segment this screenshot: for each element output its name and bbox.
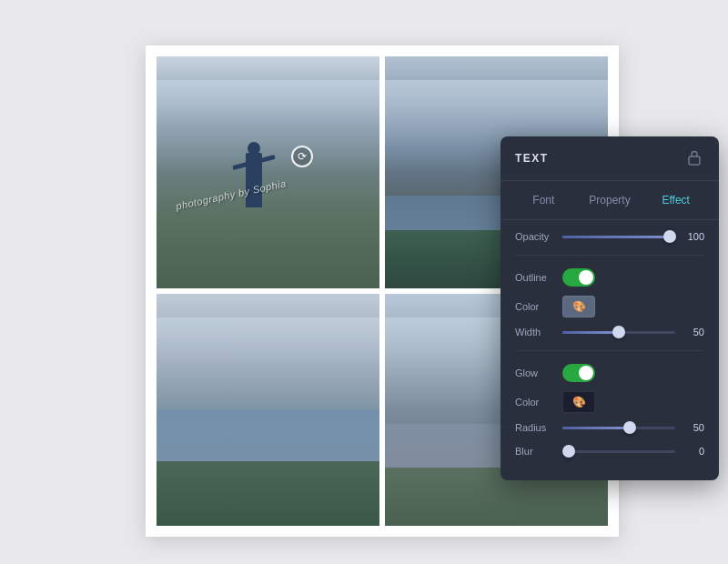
- glow-toggle[interactable]: ✓: [562, 364, 595, 382]
- divider-1: [515, 255, 704, 256]
- canvas-area: ⟳ photography by Sophia TEXT: [9, 9, 719, 555]
- glow-blur-thumb[interactable]: [562, 445, 575, 458]
- outline-label: Outline: [515, 272, 562, 283]
- outline-width-slider[interactable]: 50: [562, 327, 704, 337]
- toggle-check-icon: ✓: [584, 273, 592, 282]
- tab-property[interactable]: Property: [578, 188, 642, 212]
- glow-radius-thumb[interactable]: [623, 421, 636, 434]
- opacity-slider-container[interactable]: 100: [562, 231, 704, 242]
- opacity-row: Opacity 100: [515, 231, 704, 242]
- outline-toggle-row: Outline ✓: [515, 268, 704, 287]
- outline-width-row: Width 50: [515, 327, 704, 337]
- svg-rect-0: [689, 156, 700, 165]
- person-silhouette: [246, 153, 262, 207]
- glow-blur-value: 0: [682, 446, 704, 457]
- glow-section: Glow ✓ Color 🎨: [515, 364, 704, 457]
- opacity-thumb[interactable]: [663, 230, 676, 243]
- outline-width-track[interactable]: [562, 331, 675, 334]
- outline-color-label: Color: [515, 301, 562, 312]
- glow-toggle-row: Glow ✓: [515, 364, 704, 382]
- outline-width-label: Width: [515, 327, 562, 337]
- outline-toggle[interactable]: ✓: [562, 268, 595, 287]
- glow-radius-value: 50: [682, 422, 704, 433]
- outline-width-thumb[interactable]: [612, 326, 625, 338]
- glow-color-dots: 🎨: [572, 396, 586, 408]
- opacity-value: 100: [682, 231, 704, 242]
- photo-slot-1[interactable]: ⟳ photography by Sophia: [157, 56, 379, 288]
- panel-header: TEXT: [500, 136, 719, 181]
- panel-tabs: Font Property Effect: [500, 181, 719, 220]
- outline-color-row: Color 🎨: [515, 296, 704, 317]
- divider-2: [515, 350, 704, 351]
- outline-width-fill: [562, 331, 619, 334]
- tab-font[interactable]: Font: [511, 188, 576, 212]
- outline-width-value: 50: [682, 327, 704, 337]
- glow-radius-slider[interactable]: 50: [562, 422, 704, 433]
- glow-label: Glow: [515, 368, 562, 378]
- glow-blur-slider[interactable]: 0: [562, 446, 704, 457]
- glow-color-label: Color: [515, 397, 562, 408]
- opacity-fill: [562, 236, 675, 238]
- outline-color-swatch[interactable]: 🎨: [562, 296, 595, 317]
- opacity-track[interactable]: [562, 236, 675, 238]
- glow-color-row: Color 🎨: [515, 391, 704, 413]
- opacity-label: Opacity: [515, 231, 562, 242]
- tab-effect[interactable]: Effect: [643, 188, 708, 212]
- lock-icon[interactable]: [686, 149, 704, 167]
- glow-color-swatch[interactable]: 🎨: [562, 391, 595, 413]
- glow-blur-track[interactable]: [562, 450, 675, 453]
- glow-radius-row: Radius 50: [515, 422, 704, 433]
- glow-toggle-check-icon: ✓: [584, 368, 592, 378]
- photo-slot-3[interactable]: [157, 294, 379, 526]
- outline-color-dots: 🎨: [572, 300, 586, 313]
- watermark-text: photography by Sophia: [175, 177, 287, 211]
- rotation-handle[interactable]: ⟳: [291, 146, 313, 167]
- panel-title: TEXT: [515, 152, 549, 165]
- glow-radius-track[interactable]: [562, 427, 675, 429]
- glow-blur-label: Blur: [515, 446, 562, 457]
- text-panel: TEXT Font Property Effect Opacity: [500, 136, 719, 480]
- panel-body: Opacity 100 Outline ✓: [500, 220, 719, 480]
- glow-radius-fill: [562, 427, 630, 429]
- glow-blur-row: Blur 0: [515, 446, 704, 457]
- glow-radius-label: Radius: [515, 422, 562, 433]
